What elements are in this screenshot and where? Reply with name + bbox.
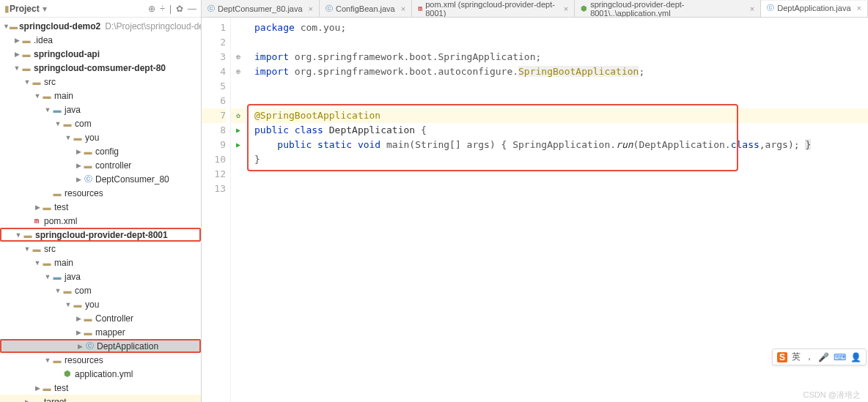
yml-icon: ⬢	[581, 4, 587, 12]
tree-item[interactable]: ▼▬src	[0, 242, 201, 256]
divider-icon: ÷	[160, 4, 165, 14]
ime-widget[interactable]: S 英 ， 🎤 ⌨ 👤	[772, 349, 867, 365]
line-gutter: 1 2 3 4 5 6 7 8 9 10 12 13	[202, 18, 231, 402]
close-icon[interactable]: ×	[750, 4, 754, 13]
tree-item[interactable]: ▼▬you	[0, 297, 201, 311]
maven-icon: m	[418, 4, 422, 12]
module-icon: ▬	[10, 22, 18, 31]
tree-item-pom[interactable]: mpom.xml	[0, 214, 201, 228]
source-icon: ▬	[51, 272, 63, 281]
tab-pom[interactable]: mpom.xml (springcloud-provider-dept-8001…	[412, 0, 575, 17]
class-icon: ⓒ	[84, 340, 95, 351]
resources-icon: ▬	[51, 189, 63, 198]
editor-tabs: ⓒDeptConsumer_80.java× ⓒConfigBean.java×…	[202, 0, 868, 18]
spring-icon[interactable]: ✿	[231, 108, 246, 123]
tree-item-yml[interactable]: ⬢application.yml	[0, 367, 201, 381]
tree-item[interactable]: ▼▬resources	[0, 353, 201, 367]
java-icon: ⓒ	[207, 4, 215, 14]
tree-item[interactable]: ▬resources	[0, 186, 201, 200]
tree-item[interactable]: ▼▬main	[0, 256, 201, 269]
project-tree[interactable]: ▼▬springcloud-demo2D:\Project\springclou…	[0, 18, 201, 402]
package-icon: ▬	[62, 286, 73, 295]
sidebar-header: ▮ Project ▾ ⊕ ÷ | ✿ —	[0, 0, 201, 18]
package-icon: ▬	[62, 119, 73, 128]
tree-item-idea[interactable]: ▶▬.idea	[0, 33, 201, 47]
tree-item[interactable]: ▼▬src	[0, 75, 201, 89]
code-editor[interactable]: 1 2 3 4 5 6 7 8 9 10 12 13 ⊕⊕ ✿ ▶ ▶	[202, 18, 868, 402]
user-icon[interactable]: 👤	[850, 352, 861, 362]
resources-icon: ▬	[51, 356, 63, 365]
keyboard-icon[interactable]: ⌨	[834, 352, 846, 362]
tree-item[interactable]: ▶▬test	[0, 200, 201, 214]
target-icon[interactable]: ⊕	[148, 4, 155, 14]
tree-item-deptconsumer[interactable]: ▶ⓒDeptConsumer_80	[0, 172, 201, 186]
tree-item[interactable]: ▶▬mapper	[0, 325, 201, 339]
package-icon: ▬	[82, 314, 94, 323]
folder-icon: ▬	[41, 92, 53, 100]
tree-item[interactable]: ▼▬main	[0, 89, 201, 103]
ime-lang[interactable]: 英	[792, 351, 801, 363]
tab-yml[interactable]: ⬢springcloud-provider-dept-8001\..\appli…	[575, 0, 761, 17]
tree-item[interactable]: ▼▬com	[0, 283, 201, 297]
folder-icon: ▬	[31, 245, 43, 253]
project-sidebar: ▮ Project ▾ ⊕ ÷ | ✿ — ▼▬springcloud-demo…	[0, 0, 202, 402]
folder-icon: ▬	[41, 258, 53, 267]
package-icon: ▬	[72, 300, 84, 309]
tree-item[interactable]: ▶▬test	[0, 381, 201, 395]
folder-icon: ▬	[41, 384, 53, 392]
sidebar-title: Project	[10, 4, 40, 14]
tree-item[interactable]: ▼▬java	[0, 103, 201, 116]
run-icon[interactable]: ▶	[231, 123, 246, 138]
watermark: CSDN @潜培之	[803, 390, 861, 401]
tree-item-deptapplication[interactable]: ▶ⓒDeptApplication	[0, 339, 201, 353]
module-icon: ▬	[21, 50, 32, 59]
package-icon: ▬	[82, 328, 94, 337]
tab-deptapplication[interactable]: ⓒDeptApplication.java×	[761, 1, 868, 18]
folder-icon: ▬	[21, 36, 32, 45]
folder-icon: ▬	[41, 203, 53, 212]
package-icon: ▬	[72, 133, 84, 142]
hide-icon[interactable]: —	[188, 4, 196, 14]
tree-item[interactable]: ▶▬config	[0, 144, 201, 158]
close-icon[interactable]: ×	[564, 4, 568, 13]
tree-root[interactable]: ▼▬springcloud-demo2D:\Project\springclou…	[0, 19, 201, 33]
editor-area: ⓒDeptConsumer_80.java× ⓒConfigBean.java×…	[202, 0, 868, 402]
close-icon[interactable]: ×	[857, 4, 861, 12]
tab-deptconsumer[interactable]: ⓒDeptConsumer_80.java×	[202, 0, 320, 17]
source-icon: ▬	[51, 105, 63, 114]
dropdown-icon[interactable]: ▾	[43, 4, 47, 14]
yml-icon: ⬢	[62, 369, 73, 379]
gutter-icons: ⊕⊕ ✿ ▶ ▶	[231, 18, 246, 402]
tree-item-consumer[interactable]: ▼▬springcloud-comsumer-dept-80	[0, 61, 201, 75]
collapse-icon[interactable]: |	[169, 4, 172, 14]
maven-icon: m	[31, 216, 43, 226]
run-icon[interactable]: ▶	[231, 138, 246, 152]
class-icon: ⓒ	[82, 174, 94, 185]
package-icon: ▬	[82, 147, 94, 156]
tree-item[interactable]: ▼▬com	[0, 116, 201, 130]
folder-icon: ▬	[31, 398, 43, 403]
folder-icon: ▬	[31, 78, 43, 86]
tree-item[interactable]: ▼▬you	[0, 130, 201, 144]
tree-item-api[interactable]: ▶▬springcloud-api	[0, 47, 201, 61]
mic-icon[interactable]: 🎤	[818, 352, 829, 362]
tree-item[interactable]: ▼▬java	[0, 269, 201, 283]
code-content[interactable]: package com.you; import org.springframew…	[246, 18, 868, 402]
java-icon: ⓒ	[767, 3, 774, 13]
tree-item-target[interactable]: ▶▬target	[0, 395, 201, 402]
package-icon: ▬	[82, 161, 94, 170]
module-icon: ▬	[22, 231, 34, 239]
tree-item-provider[interactable]: ▼▬springcloud-provider-dept-8001	[0, 228, 201, 242]
module-icon: ▬	[21, 64, 32, 72]
close-icon[interactable]: ×	[309, 4, 313, 13]
sogou-logo-icon: S	[777, 352, 787, 362]
close-icon[interactable]: ×	[401, 4, 405, 13]
tab-configbean[interactable]: ⓒConfigBean.java×	[320, 0, 412, 17]
tree-item[interactable]: ▶▬controller	[0, 158, 201, 172]
gear-icon[interactable]: ✿	[176, 4, 183, 14]
java-icon: ⓒ	[326, 4, 333, 14]
folder-icon: ▮	[4, 4, 10, 14]
tree-item[interactable]: ▶▬Controller	[0, 311, 201, 325]
